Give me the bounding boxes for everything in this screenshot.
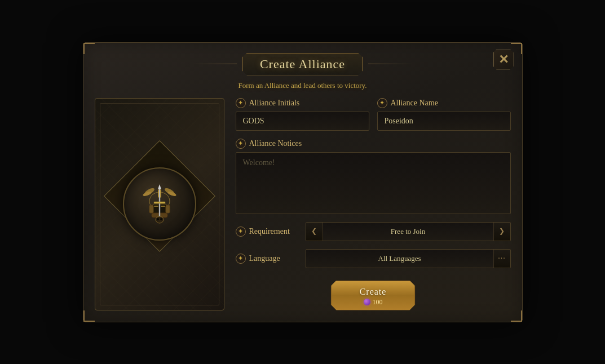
form-panel: ✦ Alliance Initials ✦ Alliance Name	[236, 98, 511, 310]
initials-label: ✦ Alliance Initials	[236, 98, 369, 108]
title-line-left	[192, 64, 237, 64]
title-decoration: Create Alliance	[192, 53, 413, 76]
requirement-label: ✦ Requirement	[236, 227, 298, 237]
language-more-button[interactable]: ···	[493, 250, 510, 268]
notices-icon: ✦	[236, 139, 246, 149]
notices-textarea[interactable]	[236, 152, 511, 214]
modal-title: Create Alliance	[260, 57, 345, 72]
helmet-icon	[137, 181, 182, 227]
create-alliance-modal: Create Alliance ✕ Form an Alliance and l…	[83, 42, 523, 322]
requirement-control: ❮ Free to Join ❯	[306, 222, 511, 241]
language-control: All Languages ···	[306, 249, 511, 268]
name-input[interactable]	[377, 112, 511, 131]
name-label: ✦ Alliance Name	[377, 98, 511, 108]
requirement-next-button[interactable]: ❯	[493, 223, 510, 241]
modal-title-bar: Create Alliance ✕	[83, 43, 522, 81]
requirement-label-text: Requirement	[249, 227, 290, 236]
title-line-right	[368, 64, 413, 64]
name-label-text: Alliance Name	[391, 99, 438, 108]
requirement-value: Free to Join	[323, 224, 493, 239]
modal-overlay: Create Alliance ✕ Form an Alliance and l…	[0, 0, 605, 364]
create-button-label: Create	[360, 287, 387, 297]
initials-name-row: ✦ Alliance Initials ✦ Alliance Name	[236, 98, 511, 131]
alliance-emblem	[123, 167, 196, 241]
requirement-row: ✦ Requirement ❮ Free to Join ❯	[236, 222, 511, 241]
language-value: All Languages	[306, 251, 493, 267]
svg-rect-10	[166, 205, 170, 213]
modal-body: ✦ Alliance Initials ✦ Alliance Name	[83, 98, 522, 322]
language-label-text: Language	[249, 254, 280, 263]
initials-icon: ✦	[236, 98, 246, 108]
create-button-cost: 100	[364, 298, 383, 307]
language-label: ✦ Language	[236, 254, 298, 264]
requirement-icon: ✦	[236, 227, 246, 237]
svg-rect-14	[154, 202, 165, 203]
svg-marker-13	[158, 184, 161, 189]
modal-subtitle: Form an Alliance and lead others to vict…	[83, 81, 522, 98]
svg-point-15	[156, 216, 164, 223]
notices-field: ✦ Alliance Notices	[236, 139, 511, 214]
initials-input[interactable]	[236, 112, 369, 131]
svg-point-17	[160, 218, 162, 220]
svg-rect-9	[149, 205, 153, 213]
requirement-prev-button[interactable]: ❮	[306, 223, 323, 241]
initials-field: ✦ Alliance Initials	[236, 98, 369, 131]
language-icon: ✦	[236, 254, 246, 264]
create-cost-value: 100	[373, 298, 383, 307]
close-button[interactable]: ✕	[493, 50, 514, 70]
create-button[interactable]: Create 100	[331, 281, 416, 310]
create-btn-container: Create 100	[236, 281, 511, 310]
name-field: ✦ Alliance Name	[377, 98, 511, 131]
svg-rect-7	[161, 206, 165, 207]
svg-rect-6	[154, 206, 158, 207]
language-row: ✦ Language All Languages ···	[236, 249, 511, 268]
svg-point-16	[157, 218, 159, 220]
alliance-card	[95, 98, 224, 310]
notices-label-text: Alliance Notices	[249, 139, 302, 148]
title-box: Create Alliance	[242, 53, 363, 76]
gem-icon	[364, 299, 370, 305]
notices-label: ✦ Alliance Notices	[236, 139, 511, 149]
initials-label-text: Alliance Initials	[249, 99, 300, 108]
name-icon: ✦	[377, 98, 387, 108]
